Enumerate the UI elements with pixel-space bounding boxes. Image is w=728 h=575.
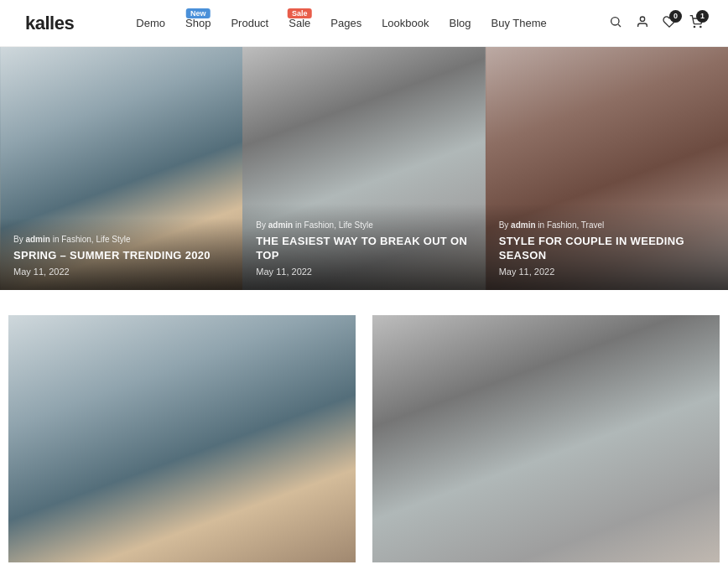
hero-card-meta-2: By admin in Fashion, Travel [499, 220, 715, 230]
hero-card-author-2[interactable]: admin [511, 220, 535, 230]
wishlist-badge: 0 [669, 10, 682, 23]
hero-card-author-1[interactable]: admin [268, 220, 293, 230]
hero-card-overlay-0: By admin in Fashion, Life StyleSPRING – … [0, 218, 242, 290]
nav-item-product[interactable]: Product [231, 17, 268, 29]
cart-icon[interactable]: 1 [689, 15, 703, 32]
cart-badge: 1 [696, 10, 709, 23]
hero-card-meta-0: By admin in Fashion, Life Style [13, 235, 229, 244]
separator [0, 290, 728, 315]
blog-card-image-0 [8, 315, 356, 562]
nav-item-shop[interactable]: NewShop [185, 17, 211, 29]
user-icon[interactable] [636, 15, 649, 32]
blog-card-content-1: The Easiest Way to Break Out on TopBy ad… [372, 562, 720, 575]
nav-item-demo[interactable]: Demo [136, 17, 165, 29]
nav-item-pages[interactable]: Pages [330, 17, 361, 29]
hero-card-title-0: SPRING – SUMMER TRENDING 2020 [13, 249, 229, 263]
blog-card-image-1 [372, 315, 720, 562]
search-icon[interactable] [609, 15, 622, 32]
hero-grid: By admin in Fashion, Life StyleSPRING – … [0, 47, 728, 290]
blog-card-1[interactable]: The Easiest Way to Break Out on TopBy ad… [372, 315, 720, 575]
hero-card-date-0: May 11, 2022 [13, 267, 229, 277]
svg-point-4 [700, 26, 701, 27]
main-nav: DemoNewShopProductSaleSalePagesLookbookB… [136, 17, 546, 29]
hero-card-title-1: THE EASIEST WAY TO BREAK OUT ON TOP [256, 235, 471, 263]
nav-item-buy-theme[interactable]: Buy Theme [491, 17, 547, 29]
hero-card-overlay-2: By admin in Fashion, TravelSTYLE FOR COU… [486, 204, 728, 290]
blog-card-0[interactable]: Spring – Summer Trending 2020By admin on… [8, 315, 356, 575]
hero-card-date-1: May 11, 2022 [256, 267, 471, 277]
nav-item-blog[interactable]: Blog [450, 17, 471, 29]
hero-card-meta-1: By admin in Fashion, Life Style [256, 220, 471, 230]
hero-card-1[interactable]: By admin in Fashion, Life StyleTHE EASIE… [242, 47, 485, 290]
wishlist-icon[interactable]: 0 [663, 15, 676, 32]
svg-line-1 [618, 24, 621, 27]
hero-card-overlay-1: By admin in Fashion, Life StyleTHE EASIE… [242, 204, 485, 290]
hero-card-author-0[interactable]: admin [25, 235, 49, 244]
svg-point-0 [611, 17, 619, 24]
nav-item-lookbook[interactable]: Lookbook [382, 17, 429, 29]
header-icons: 0 1 [609, 15, 703, 32]
logo[interactable]: kalles [25, 13, 74, 34]
hero-card-2[interactable]: By admin in Fashion, TravelSTYLE FOR COU… [486, 47, 728, 290]
hero-card-date-2: May 11, 2022 [499, 267, 715, 277]
blog-card-content-0: Spring – Summer Trending 2020By admin on… [8, 562, 356, 575]
svg-point-3 [694, 26, 694, 27]
hero-card-0[interactable]: By admin in Fashion, Life StyleSPRING – … [0, 47, 242, 290]
blog-grid: Spring – Summer Trending 2020By admin on… [0, 315, 728, 575]
header: kalles DemoNewShopProductSaleSalePagesLo… [0, 0, 728, 47]
nav-item-sale[interactable]: SaleSale [289, 17, 310, 29]
hero-card-title-2: STYLE FOR COUPLE IN WEEDING SEASON [499, 235, 715, 263]
svg-point-2 [640, 17, 644, 21]
